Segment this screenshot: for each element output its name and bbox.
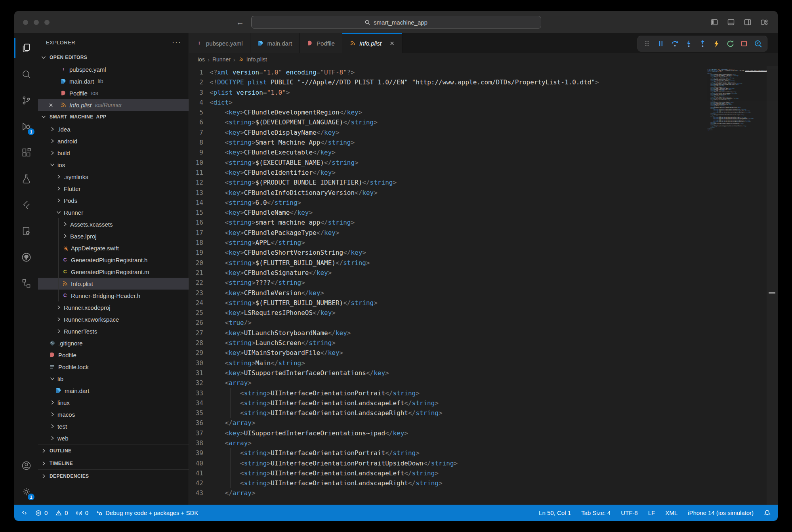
open-editor-row[interactable]: Info.plistios/Runner [38, 99, 189, 111]
close-icon[interactable] [48, 102, 54, 108]
open-editor-row[interactable]: Podfileios [38, 87, 189, 99]
activity-item-testing[interactable] [14, 166, 38, 192]
code-editor[interactable]: 1<?xml version="1.0" encoding="UTF-8"?>2… [189, 66, 778, 505]
breadcrumb-item[interactable]: Info.plist [238, 56, 267, 63]
status-utf-8[interactable]: UTF-8 [621, 509, 638, 516]
tree-row[interactable]: AppDelegate.swift [38, 242, 189, 254]
tree-row[interactable]: web [38, 432, 189, 444]
tree-row[interactable]: ios [38, 159, 189, 171]
activity-item-source-control[interactable] [14, 87, 38, 113]
inspector-button[interactable] [753, 38, 763, 49]
status-error[interactable]: 0 [35, 509, 48, 516]
tree-row[interactable]: Flutter [38, 183, 189, 194]
tree-row[interactable]: .symlinks [38, 171, 189, 183]
activity-item-settings[interactable]: 1 [14, 479, 38, 505]
tree-row[interactable]: .gitignore [38, 337, 189, 349]
status-warning[interactable]: 0 [55, 509, 68, 516]
line-number: 6 [189, 117, 203, 127]
section-outline[interactable]: OUTLINE [38, 444, 189, 457]
activity-item-search[interactable] [14, 61, 38, 87]
layout-panel-icon[interactable] [727, 18, 735, 26]
breadcrumb-item[interactable]: Runner [212, 56, 231, 63]
open-editors-header[interactable]: OPEN EDITORS [38, 51, 189, 63]
tab-pubspec-yaml[interactable]: !pubspec.yaml [189, 33, 250, 53]
tree-row[interactable]: Runner [38, 206, 189, 218]
status-debug[interactable]: Debug my code + packages + SDK [96, 509, 198, 516]
more-actions-icon[interactable]: ··· [172, 38, 181, 47]
activity-item-flutter[interactable] [14, 192, 38, 218]
zoom-window-button[interactable] [44, 20, 50, 25]
tab-podfile[interactable]: Podfile [300, 33, 342, 53]
tree-row[interactable]: main.dart [38, 385, 189, 397]
activity-item-github[interactable] [14, 244, 38, 270]
hot-reload-button[interactable] [711, 38, 721, 49]
tree-row[interactable]: .idea [38, 123, 189, 135]
tree-row[interactable]: test [38, 420, 189, 432]
tree-row[interactable]: CGeneratedPluginRegistrant.h [38, 254, 189, 266]
code-text: <key>CFBundleExecutable</key> [210, 149, 336, 156]
close-window-button[interactable] [23, 20, 28, 25]
status-remote[interactable] [21, 510, 27, 516]
layout-sidebar-right-icon[interactable] [744, 18, 752, 26]
section-dependencies[interactable]: DEPENDENCIES [38, 469, 189, 482]
folder-name: Runner.xcodeproj [64, 304, 111, 311]
status-bell[interactable] [764, 509, 771, 516]
layout-sidebar-left-icon[interactable] [710, 18, 718, 26]
activity-item-run-debug[interactable]: 1 [14, 113, 38, 139]
tree-row[interactable]: CRunner-Bridging-Header.h [38, 290, 189, 301]
open-editor-row[interactable]: !pubspec.yaml [38, 63, 189, 75]
tree-row[interactable]: Runner.xcworkspace [38, 313, 189, 325]
status-xml[interactable]: XML [665, 509, 677, 516]
step-out-button[interactable] [697, 38, 708, 49]
activity-item-extensions[interactable] [14, 139, 38, 166]
stop-button[interactable] [739, 38, 749, 49]
tree-row[interactable]: RunnerTests [38, 325, 189, 337]
file-path: ios/Runner [95, 102, 122, 108]
tab-info-plist[interactable]: Info.plist [342, 33, 403, 53]
breadcrumb-item[interactable]: ios [198, 56, 205, 63]
close-icon[interactable] [389, 40, 395, 46]
activity-item-project-manager[interactable] [14, 218, 38, 244]
tree-row[interactable]: Pods [38, 194, 189, 206]
tab-label: main.dart [267, 40, 292, 47]
tree-row[interactable]: macos [38, 408, 189, 420]
back-arrow-icon[interactable]: ← [236, 18, 244, 27]
code-text: <plist version="1.0"> [210, 89, 290, 96]
step-into-button[interactable] [683, 38, 694, 49]
tree-row[interactable]: lib [38, 373, 189, 385]
editor-scrollbar[interactable] [767, 66, 778, 505]
section-timeline[interactable]: TIMELINE [38, 457, 189, 469]
tree-row[interactable]: Runner.xcodeproj [38, 301, 189, 313]
tree-row[interactable]: Assets.xcassets [38, 218, 189, 230]
layout-customize-icon[interactable] [760, 18, 768, 26]
status-ln[interactable]: Ln 50, Col 1 [539, 509, 571, 516]
command-center-search[interactable]: smart_machine_app [251, 16, 541, 29]
restart-button[interactable] [725, 38, 735, 49]
tree-row[interactable]: build [38, 147, 189, 159]
status-tab[interactable]: Tab Size: 4 [581, 509, 611, 516]
open-editor-row[interactable]: main.dartlib [38, 75, 189, 87]
status-iphone[interactable]: iPhone 14 (ios simulator) [688, 509, 754, 516]
minimize-window-button[interactable] [34, 20, 39, 25]
status-radio-tower[interactable]: 0 [76, 509, 88, 516]
tree-row[interactable]: Base.lproj [38, 230, 189, 242]
status-lf[interactable]: LF [648, 509, 655, 516]
pause-button[interactable] [656, 38, 666, 49]
minimap[interactable]: <?xml version="1.0" encoding="UTF-8"?><!… [707, 69, 767, 131]
tree-row[interactable]: Podfile [38, 349, 189, 361]
folder-name: RunnerTests [64, 328, 97, 335]
tree-row[interactable]: android [38, 135, 189, 147]
activity-item-account[interactable] [14, 452, 38, 479]
tree-row[interactable]: Info.plist [38, 278, 189, 290]
tree-row[interactable]: linux [38, 397, 189, 408]
project-section-header[interactable]: SMART_MACHINE_APP [38, 111, 189, 123]
tab-main-dart[interactable]: main.dart [250, 33, 300, 53]
folder-name: android [57, 138, 77, 145]
tree-row[interactable]: Podfile.lock [38, 361, 189, 373]
activity-item-explorer[interactable] [14, 35, 38, 61]
grip-icon[interactable] [642, 38, 652, 49]
activity-item-references[interactable] [14, 270, 38, 296]
status-text: XML [665, 509, 677, 516]
tree-row[interactable]: CGeneratedPluginRegistrant.m [38, 266, 189, 278]
step-over-button[interactable] [670, 38, 680, 49]
